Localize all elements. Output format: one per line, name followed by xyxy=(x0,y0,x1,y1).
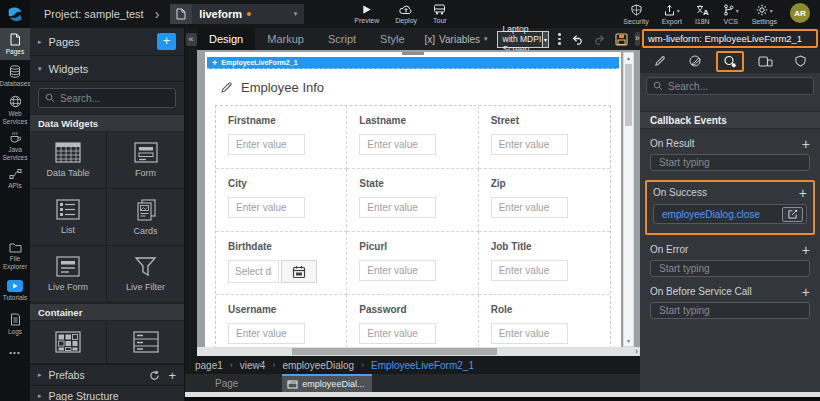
i18n-button[interactable]: A I18N xyxy=(695,4,710,25)
widget-live-filter[interactable]: Live Filter xyxy=(107,246,184,303)
rail-item-java-services[interactable]: Java Services xyxy=(0,128,30,164)
widget-data-table[interactable]: Data Table xyxy=(30,132,107,189)
breadcrumb-item-view4[interactable]: view4 xyxy=(240,360,266,371)
form-title-row[interactable]: Employee Info xyxy=(205,69,621,103)
add-event-icon[interactable]: + xyxy=(802,245,810,255)
scroll-up-icon[interactable]: ▲ xyxy=(626,53,631,63)
field-street[interactable]: Street xyxy=(479,106,610,169)
tab-events[interactable] xyxy=(716,51,744,72)
breadcrumb-item-employeeliveform[interactable]: EmployeeLiveForm2_1 xyxy=(371,360,474,371)
deploy-button[interactable]: Deploy xyxy=(395,4,417,24)
export-button[interactable]: ▾ Export xyxy=(662,4,682,25)
prefabs-section-header[interactable]: ▸ Prefabs + xyxy=(30,364,184,385)
save-icon[interactable] xyxy=(615,33,628,46)
field-input[interactable] xyxy=(359,323,436,344)
employee-dialog-tab[interactable]: employeeDial... xyxy=(282,374,372,392)
refresh-icon[interactable] xyxy=(149,370,160,381)
add-event-icon[interactable]: + xyxy=(802,139,810,149)
selected-widget-bar[interactable]: + EmployeeLiveForm2_1 xyxy=(207,57,619,69)
widget-cards[interactable]: Cards xyxy=(107,189,184,246)
tab-markup[interactable]: Markup xyxy=(255,28,316,50)
field-input[interactable] xyxy=(359,197,436,218)
rail-item-apis[interactable]: APIs xyxy=(0,164,30,194)
calendar-button[interactable] xyxy=(281,260,317,283)
rail-item-logs[interactable]: Logs xyxy=(0,308,30,340)
field-password[interactable]: Password xyxy=(347,295,478,347)
tab-device[interactable] xyxy=(751,51,779,72)
widget-layout-grid[interactable] xyxy=(30,321,107,364)
breadcrumb-item-employeedialog[interactable]: employeeDialog xyxy=(282,360,354,371)
canvas-vertical-scrollbar[interactable]: ▲ ▼ xyxy=(623,52,634,347)
field-input[interactable] xyxy=(228,323,305,344)
field-picurl[interactable]: Picurl xyxy=(347,232,478,295)
tab-styles[interactable] xyxy=(681,51,709,72)
field-city[interactable]: City xyxy=(216,169,347,232)
tab-properties[interactable] xyxy=(646,51,674,72)
scroll-down-icon[interactable]: ▼ xyxy=(626,336,631,346)
pages-section-header[interactable]: ▸ Pages + xyxy=(30,28,184,56)
widgets-section-header[interactable]: ▾ Widgets xyxy=(30,56,184,82)
on-success-action-link[interactable]: employeeDialog.close xyxy=(662,209,782,220)
on-result-input[interactable] xyxy=(650,154,810,171)
field-input[interactable] xyxy=(359,134,436,155)
wavemaker-logo-icon[interactable] xyxy=(0,0,30,28)
widget-form[interactable]: Form xyxy=(107,132,184,189)
add-prefab-icon[interactable]: + xyxy=(168,368,176,383)
tab-security-shield[interactable] xyxy=(786,51,814,72)
page-dropdown[interactable]: liveform ▾ xyxy=(192,4,304,24)
rail-item-databases[interactable]: Databases xyxy=(0,60,30,92)
field-input[interactable] xyxy=(359,260,436,281)
scroll-right-icon[interactable]: › xyxy=(635,347,638,356)
page-resize-handle[interactable] xyxy=(402,52,424,55)
variables-button[interactable]: [x] Variables ▾ xyxy=(425,28,488,50)
date-input[interactable] xyxy=(228,260,279,283)
widget-list[interactable]: List xyxy=(30,189,107,246)
redo-icon[interactable] xyxy=(593,34,606,45)
canvas-page[interactable]: + EmployeeLiveForm2_1 Employee Info Firs… xyxy=(205,52,621,347)
field-input[interactable] xyxy=(228,197,305,218)
tab-style[interactable]: Style xyxy=(368,28,416,50)
field-state[interactable]: State xyxy=(347,169,478,232)
field-input[interactable] xyxy=(491,197,568,218)
on-before-service-call-input[interactable] xyxy=(650,302,810,319)
properties-search-input[interactable]: Search... xyxy=(646,77,814,95)
user-avatar[interactable]: AR xyxy=(790,3,810,23)
widget-search-input[interactable]: Search... xyxy=(38,88,176,108)
vertical-scroll-thumb[interactable] xyxy=(625,64,632,126)
settings-button[interactable]: ▾ Settings xyxy=(752,4,777,25)
add-page-button[interactable]: + xyxy=(157,33,176,50)
field-zip[interactable]: Zip xyxy=(479,169,610,232)
widget-live-form[interactable]: Live Form xyxy=(30,246,107,303)
field-birthdate[interactable]: Birthdate xyxy=(216,232,347,295)
rail-more-icon[interactable]: ••• xyxy=(9,348,20,357)
rail-item-file-explorer[interactable]: File Explorer xyxy=(0,238,30,274)
field-job-title[interactable]: Job Title xyxy=(479,232,610,295)
breadcrumb-item-page1[interactable]: page1 xyxy=(195,360,223,371)
vcs-button[interactable]: ▾ VCS xyxy=(723,4,739,25)
field-lastname[interactable]: Lastname xyxy=(347,106,478,169)
move-handle-icon[interactable]: + xyxy=(212,58,217,68)
undo-icon[interactable] xyxy=(571,34,584,45)
page-selector[interactable]: liveform ▾ xyxy=(170,4,304,24)
page-file-icon[interactable] xyxy=(170,4,192,24)
rail-item-tutorials[interactable]: Tutorials xyxy=(0,274,30,308)
field-firstname[interactable]: Firstname xyxy=(216,106,347,169)
page-tab-label[interactable]: Page xyxy=(215,378,238,389)
field-role[interactable]: Role xyxy=(479,295,610,347)
page-structure-section-header[interactable]: ▸ Page Structure xyxy=(30,385,184,401)
add-event-icon[interactable]: + xyxy=(802,287,810,297)
field-input[interactable] xyxy=(491,134,568,155)
rail-item-pages[interactable]: Pages xyxy=(0,28,30,60)
field-input[interactable] xyxy=(491,260,568,281)
canvas-horizontal-scrollbar[interactable] xyxy=(197,347,640,356)
security-button[interactable]: Security xyxy=(623,4,648,25)
field-input[interactable] xyxy=(228,134,305,155)
widget-panel[interactable] xyxy=(107,321,184,364)
field-input[interactable] xyxy=(491,323,568,344)
field-username[interactable]: Username xyxy=(216,295,347,347)
on-success-value[interactable]: employeeDialog.close xyxy=(653,204,807,224)
edit-action-button[interactable] xyxy=(782,207,803,222)
horizontal-scroll-thumb[interactable] xyxy=(292,348,497,355)
on-error-input[interactable] xyxy=(650,260,810,277)
device-selector[interactable]: Laptop with MDPI Screen ▾ xyxy=(497,31,549,48)
